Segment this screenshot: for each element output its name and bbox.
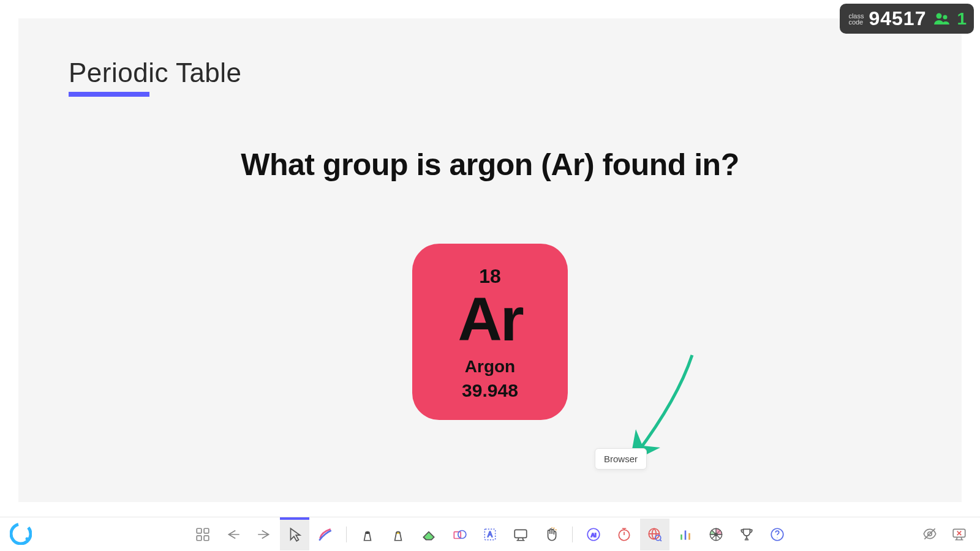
forward-button[interactable]: [249, 519, 279, 550]
apps-button[interactable]: [188, 519, 217, 550]
svg-point-0: [937, 13, 942, 18]
text-tool[interactable]: A: [475, 519, 505, 550]
eraser-tool[interactable]: [414, 519, 443, 550]
browser-tooltip: Browser: [595, 448, 647, 470]
atomic-mass: 39.948: [462, 380, 518, 401]
svg-rect-12: [514, 530, 527, 538]
pointer-tool[interactable]: [280, 519, 309, 550]
slide-question: What group is argon (Ar) found in?: [18, 147, 962, 182]
class-label-line1: class: [848, 13, 864, 19]
whiteboard-tool[interactable]: [506, 519, 535, 550]
toolbar-divider: [572, 527, 573, 542]
help-button[interactable]: [763, 519, 792, 550]
class-label-line2: code: [848, 19, 864, 25]
element-symbol: Ar: [458, 290, 522, 348]
poll-tool[interactable]: [671, 519, 700, 550]
class-code-value: 94517: [869, 7, 926, 30]
timer-tool[interactable]: [609, 519, 639, 550]
svg-rect-5: [204, 528, 209, 533]
svg-rect-6: [197, 536, 202, 541]
svg-point-3: [26, 538, 29, 541]
back-button[interactable]: [219, 519, 248, 550]
end-presentation-button[interactable]: [947, 518, 971, 550]
app-logo[interactable]: [10, 523, 32, 545]
trophy-tool[interactable]: [732, 519, 761, 550]
spinner-tool[interactable]: [701, 519, 731, 550]
slide-title: Periodic Table: [69, 58, 242, 88]
title-underline: [69, 92, 149, 97]
shapes-tool[interactable]: [445, 519, 474, 550]
svg-point-9: [458, 530, 466, 538]
element-name: Argon: [465, 357, 515, 377]
bottom-toolbar: A AI: [0, 517, 980, 551]
hand-tool[interactable]: [537, 519, 566, 550]
svg-point-19: [715, 533, 717, 535]
svg-text:AI: AI: [591, 531, 597, 538]
svg-text:A: A: [488, 530, 492, 539]
svg-point-2: [10, 523, 32, 545]
people-icon: [933, 12, 951, 26]
ai-tool[interactable]: AI: [579, 519, 608, 550]
highlighter-dark-tool[interactable]: [353, 519, 382, 550]
svg-rect-4: [197, 528, 202, 533]
slide-canvas: Periodic Table What group is argon (Ar) …: [18, 18, 962, 502]
pen-tool[interactable]: [311, 519, 340, 550]
svg-rect-7: [204, 536, 209, 541]
class-code-label: class code: [848, 13, 864, 25]
class-code-badge[interactable]: class code 94517 1: [840, 4, 974, 34]
svg-point-1: [943, 15, 948, 19]
people-count: 1: [957, 9, 967, 29]
hide-button[interactable]: [918, 518, 942, 550]
toolbar-divider: [346, 527, 347, 542]
browser-tool[interactable]: [640, 519, 669, 550]
element-tile: 18 Ar Argon 39.948: [412, 244, 568, 420]
highlighter-yellow-tool[interactable]: [383, 519, 413, 550]
svg-point-15: [619, 530, 629, 540]
